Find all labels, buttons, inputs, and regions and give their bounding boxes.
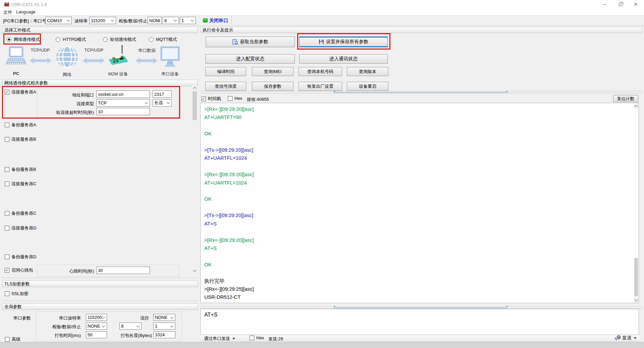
stopbits-select[interactable]: 1 [180, 17, 196, 24]
g-parity-value: NONE [88, 324, 100, 329]
radio-mqtt-mode[interactable]: MQTT模式 [149, 37, 177, 43]
log-scroll-up-icon[interactable] [634, 103, 639, 109]
checkbox-label: 备份服务器A [11, 122, 36, 128]
cmd-button-1-2[interactable]: 恢复出厂设置 [299, 82, 342, 91]
menu-file[interactable]: 文件 [3, 9, 12, 15]
send-via-serial-dropdown[interactable]: 通过串口发送 [204, 336, 235, 342]
scroll-up-arrow-icon[interactable] [192, 85, 197, 90]
checkbox-box [5, 226, 9, 230]
menu-language[interactable]: Language [16, 9, 36, 14]
radio-net-transparent-mode[interactable]: 网络透传模式 [7, 37, 40, 43]
log-scroll-down-icon[interactable] [634, 297, 639, 302]
enter-comm-button[interactable]: 进入通讯状态 [299, 54, 388, 64]
checkbox-send-hex[interactable]: Hex [250, 335, 264, 340]
scrollbar-thumb[interactable] [193, 91, 197, 120]
checkbox-connect-server-a[interactable]: 连接服务器A [5, 89, 36, 95]
minimize-button[interactable] [597, 0, 612, 9]
get-params-button[interactable]: 获取当前参数 [206, 37, 295, 47]
horizontal-splitter[interactable]: ▾▾ [200, 306, 642, 309]
checkbox-label: 连接服务器B [11, 136, 36, 142]
checkbox-server-0[interactable]: 备份服务器A [5, 122, 36, 128]
log-area[interactable]: >[Rx<-][09:29:20][asc]AT+UARTFT=50 OK >[… [200, 103, 639, 303]
checkbox-label: 备份服务器D [11, 254, 36, 260]
log-line: OK [204, 130, 632, 138]
g-baud-select[interactable]: 115200 [86, 314, 107, 321]
close-icon: ✕ [634, 2, 638, 7]
close-button[interactable]: ✕ [628, 0, 643, 9]
databits-select[interactable]: 8 [163, 17, 179, 24]
log-line: >[Rx<-][09:29:20][asc] [204, 170, 632, 179]
restore-button[interactable] [612, 0, 628, 9]
short-conn-timeout-input[interactable]: 10 [96, 108, 150, 115]
conn-mode-select[interactable]: 长连 [153, 99, 172, 107]
server-a-port-input[interactable]: 2317 [153, 90, 172, 98]
pack-time-input[interactable]: 50 [86, 331, 107, 338]
set-save-params-button[interactable]: 设置并保存所有参数 [299, 37, 388, 47]
conn-type-select[interactable]: TCP [96, 99, 150, 107]
com-port-select[interactable]: COM10 [45, 17, 72, 24]
addr-port-label: 地址和端口 [40, 92, 94, 98]
send-input-area[interactable]: AT+S [200, 309, 639, 335]
send-text: AT+S [204, 312, 217, 318]
checkbox-server-5[interactable]: 连接服务器D [5, 225, 36, 231]
heartbeat-time-input[interactable]: 30 [96, 267, 150, 274]
g-stopbits-select[interactable]: 1 [153, 323, 175, 330]
search-doc-icon [232, 39, 238, 45]
com-port-value: COM10 [47, 18, 62, 23]
button-label: 进入通讯状态 [329, 56, 358, 62]
net-params-header: 网络透传模式相关参数 [2, 80, 198, 86]
checkbox-enable-heartbeat[interactable]: 启用心跳包 [5, 267, 33, 273]
scroll-down-arrow-icon[interactable] [192, 268, 197, 273]
cmd-button-0-1[interactable]: 查询IMEI [252, 67, 293, 76]
address-value: socket.usr.cn [98, 92, 123, 97]
splitter-arrow-icon: ▴ [506, 90, 507, 92]
log-line [204, 162, 632, 170]
node-label-serial-device: 串口设备 [157, 71, 183, 77]
databits-value: 8 [164, 18, 167, 23]
button-label: 获取当前参数 [240, 39, 268, 45]
cmd-button-0-2[interactable]: 查询本机号码 [299, 67, 342, 76]
flow-control-select[interactable]: NONE [153, 314, 175, 321]
checkbox-box [201, 96, 206, 101]
radio-sms-mode[interactable]: 短信透传模式 [103, 37, 136, 43]
checkbox-timestamp[interactable]: 时间戳 [201, 96, 221, 102]
checkbox-box [5, 255, 9, 259]
horizontal-splitter[interactable]: ▴▴ [200, 91, 642, 93]
toolbar-separator [231, 16, 232, 25]
checkbox-log-hex[interactable]: Hex [228, 96, 242, 101]
log-line: AT+S [204, 244, 632, 252]
m2m-device-icon [108, 45, 129, 70]
radio-httpd-mode[interactable]: HTTPD模式 [56, 37, 86, 43]
g-parity-select[interactable]: NONE [86, 323, 107, 330]
reset-counter-button[interactable]: 复位计数 [613, 95, 638, 102]
log-scrollbar-thumb[interactable] [634, 258, 638, 296]
pack-len-label: 打包长度(Bytes) [114, 333, 152, 339]
close-port-button[interactable]: 关闭串口 [209, 18, 228, 24]
splitter-handle[interactable]: ▴▴ [334, 92, 507, 95]
enter-config-button[interactable]: 进入配置状态 [206, 54, 295, 64]
checkbox-server-3[interactable]: 连接服务器C [5, 181, 36, 187]
checkbox-server-1[interactable]: 连接服务器B [5, 136, 36, 142]
baud-select[interactable]: 115200 [89, 17, 116, 24]
checkbox-server-6[interactable]: 备份服务器D [5, 254, 36, 260]
cmd-button-1-1[interactable]: 保存参数 [252, 82, 293, 91]
server-a-address-input[interactable]: socket.usr.cn [96, 90, 150, 98]
checkbox-server-4[interactable]: 备份服务器C [5, 210, 36, 216]
cmd-button-1-0[interactable]: 查信号强度 [205, 82, 246, 91]
radio-label: MQTT模式 [156, 37, 177, 43]
checkbox-box [5, 167, 9, 172]
log-line [204, 138, 632, 146]
log-line: USR-DR512-CT [204, 293, 632, 301]
parity-select[interactable]: NONI [148, 17, 162, 24]
app-icon [4, 2, 9, 7]
cmd-button-0-3[interactable]: 查询版本 [347, 67, 388, 76]
checkbox-server-2[interactable]: 备份服务器B [5, 166, 36, 172]
g-databits-select[interactable]: 8 [119, 323, 142, 330]
checkbox-ssl[interactable]: SSL加密 [5, 291, 29, 297]
cmd-button-1-3[interactable]: 设备重启 [347, 82, 388, 91]
serial-device-icon [160, 46, 180, 68]
cmd-button-0-0[interactable]: 编译时间 [205, 67, 246, 76]
pack-len-input[interactable]: 1024 [153, 331, 175, 338]
checkbox-advanced[interactable]: 高级 [5, 336, 20, 342]
send-button[interactable]: 发送 [615, 335, 637, 341]
